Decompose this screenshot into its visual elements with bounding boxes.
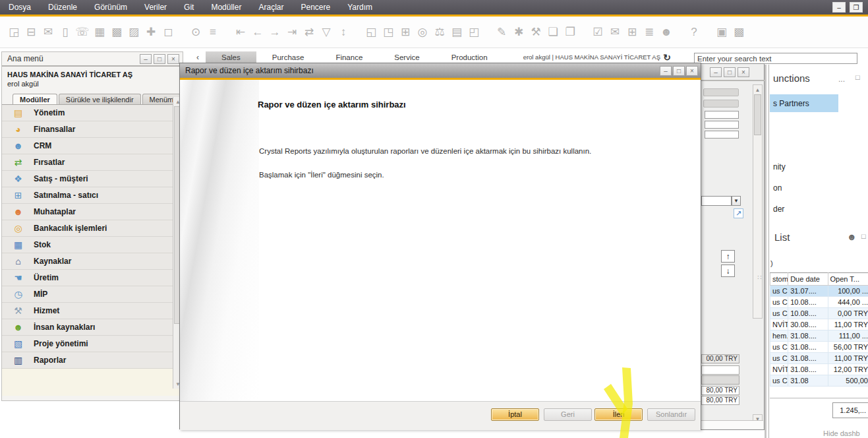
menu-duzenle[interactable]: Düzenle: [40, 0, 86, 15]
previous-record-icon[interactable]: ←: [249, 22, 266, 42]
module-bankacilik[interactable]: ◎ Bankacılık işlemleri: [2, 220, 183, 237]
table-row[interactable]: us C 31.08 500,00: [770, 375, 868, 387]
email-icon[interactable]: ✉: [40, 22, 57, 42]
tab-production[interactable]: Production: [436, 51, 504, 63]
first-record-icon[interactable]: ⇤: [232, 22, 249, 42]
tab-service[interactable]: Service: [378, 51, 435, 63]
app-minimize-icon[interactable]: –: [832, 2, 846, 13]
functions-more-icon[interactable]: ...: [838, 75, 845, 84]
next-button[interactable]: İleri: [594, 408, 643, 421]
module-kaynaklar[interactable]: ⌂ Kaynaklar: [2, 253, 183, 270]
docwin-scrollbar[interactable]: ▲: [753, 84, 763, 319]
drag-handle-icon[interactable]: ∷: [757, 274, 762, 281]
dropdown-arrow-icon[interactable]: ▼: [732, 196, 741, 206]
addon-admin-icon[interactable]: ▩: [730, 22, 747, 42]
help-icon[interactable]: ?: [685, 22, 703, 42]
edit-icon[interactable]: ✎: [493, 22, 510, 42]
module-raporlar[interactable]: ▥ Raporlar: [2, 352, 183, 369]
payment-means-icon[interactable]: ⊞: [397, 22, 414, 42]
scales-icon[interactable]: ⚖: [431, 22, 448, 42]
col-customer[interactable]: stomer: [770, 273, 788, 286]
mainmenu-minimize-icon[interactable]: –: [140, 54, 152, 64]
form-input[interactable]: [705, 121, 739, 129]
module-muhataplar[interactable]: ☻ Muhataplar: [2, 204, 183, 220]
menu-yardim[interactable]: Yardım: [339, 0, 381, 15]
next-record-icon[interactable]: →: [266, 22, 283, 42]
table-row[interactable]: us C... 10.08.... 0,00 TRY: [770, 308, 868, 319]
docwin-minimize-icon[interactable]: –: [710, 67, 722, 77]
docwin-close-icon[interactable]: ×: [738, 67, 749, 77]
tab-scroll-left-icon[interactable]: ‹: [190, 51, 206, 63]
menu-git[interactable]: Git: [175, 0, 202, 15]
export-pdf-icon[interactable]: ▨: [125, 22, 142, 42]
menu-moduller[interactable]: Modüller: [202, 0, 250, 15]
print-preview-icon[interactable]: ◲: [5, 22, 22, 42]
cancel-button[interactable]: İptal: [491, 408, 539, 421]
coins-icon[interactable]: ◎: [414, 22, 431, 42]
table-row[interactable]: us C... 31.08.... 11,00 TRY: [770, 353, 868, 364]
row-up-button[interactable]: ↑: [721, 250, 735, 263]
module-yonetim[interactable]: ▤ Yönetim: [2, 105, 183, 121]
col-due-date[interactable]: Due date: [788, 273, 828, 286]
sort-icon[interactable]: ↕: [335, 22, 352, 42]
journal-entry-icon[interactable]: ▤: [448, 22, 465, 42]
document-settings-icon[interactable]: ✱: [510, 22, 527, 42]
person-icon[interactable]: ☻: [847, 232, 857, 242]
refresh-record-icon[interactable]: ⇄: [301, 22, 318, 42]
module-mip[interactable]: ◷ MİP: [2, 286, 183, 303]
export-excel-icon[interactable]: ▦: [91, 22, 108, 42]
lock-icon[interactable]: ◻: [159, 22, 177, 42]
comment-icon[interactable]: ❏: [544, 22, 562, 42]
add-comment-icon[interactable]: ❐: [562, 22, 579, 42]
wizard-maximize-icon[interactable]: □: [673, 66, 685, 76]
module-firsatlar[interactable]: ⇄ Fırsatlar: [2, 154, 183, 171]
module-crm[interactable]: ☻ CRM: [2, 138, 183, 154]
scroll-thumb[interactable]: [754, 94, 761, 135]
tab-purchase[interactable]: Purchase: [256, 51, 320, 63]
expand-link-icon[interactable]: ↗: [734, 208, 743, 218]
tools-icon[interactable]: ⚒: [527, 22, 544, 42]
form-input[interactable]: [705, 131, 739, 139]
hide-dashboards-link[interactable]: Hide dashb: [823, 429, 860, 437]
module-hizmet[interactable]: ⚒ Hizmet: [2, 303, 183, 319]
wizard-minimize-icon[interactable]: –: [660, 66, 672, 76]
mail-function-icon[interactable]: ✉: [606, 22, 623, 42]
document-search-icon[interactable]: ◰: [465, 22, 482, 42]
menu-gorunum[interactable]: Görünüm: [86, 0, 136, 15]
module-stok[interactable]: ▦ Stok: [2, 237, 183, 253]
module-satinalma-satici[interactable]: ⊞ Satınalma - satıcı: [2, 187, 183, 204]
list-icon[interactable]: ≡: [204, 22, 221, 42]
table-calc-icon[interactable]: ⊞: [623, 22, 641, 42]
module-proje-yonetimi[interactable]: ▧ Proje yönetimi: [2, 336, 183, 352]
table-row[interactable]: hem... 31.08.... 111,00 ...: [770, 330, 868, 342]
amount-field[interactable]: [701, 365, 739, 375]
menu-veriler[interactable]: Veriler: [136, 0, 175, 15]
module-finansallar[interactable]: ◕ Finansallar: [2, 121, 183, 138]
table-row[interactable]: NVİT... 30.08.... 11,00 TRY: [770, 319, 868, 330]
menu-dosya[interactable]: Dosya: [0, 0, 40, 15]
col-open-total[interactable]: Open T...: [828, 273, 868, 286]
org-chart-icon[interactable]: ≣: [641, 22, 658, 42]
checklist-icon[interactable]: ☑: [589, 22, 606, 42]
filter-icon[interactable]: ▽: [318, 22, 335, 42]
table-row[interactable]: us C... 31.08.... 56,00 TRY: [770, 342, 868, 353]
tab-surukle-ve-iliskilendir[interactable]: Sürükle ve ilişkilendir: [59, 94, 141, 104]
function-item-opportunity[interactable]: nity: [773, 162, 786, 172]
copy-from-icon[interactable]: ◱: [362, 22, 380, 42]
copy-to-icon[interactable]: ◳: [380, 22, 397, 42]
form-dropdown[interactable]: [701, 196, 732, 206]
last-record-icon[interactable]: ⇥: [283, 22, 301, 42]
function-item-business-partners[interactable]: s Partners: [770, 94, 838, 112]
mobile-icon[interactable]: ▯: [57, 22, 74, 42]
wizard-titlebar[interactable]: Rapor ve düzen içe aktarım sihirbazı – □…: [180, 63, 701, 78]
table-row[interactable]: us C... 10.08.... 444,00 ...: [770, 297, 868, 308]
tab-moduller[interactable]: Modüller: [13, 94, 57, 104]
fax-icon[interactable]: ☏: [74, 22, 91, 42]
addon-manager-icon[interactable]: ▣: [713, 22, 730, 42]
menu-pencere[interactable]: Pencere: [292, 0, 339, 15]
menu-araclar[interactable]: Araçlar: [250, 0, 292, 15]
list-minimize-icon[interactable]: □: [861, 232, 866, 240]
move-icon[interactable]: ✚: [142, 22, 159, 42]
table-row[interactable]: NVİT... 31.08.... 12,00 TRY: [770, 364, 868, 375]
search-input[interactable]: [694, 53, 857, 64]
